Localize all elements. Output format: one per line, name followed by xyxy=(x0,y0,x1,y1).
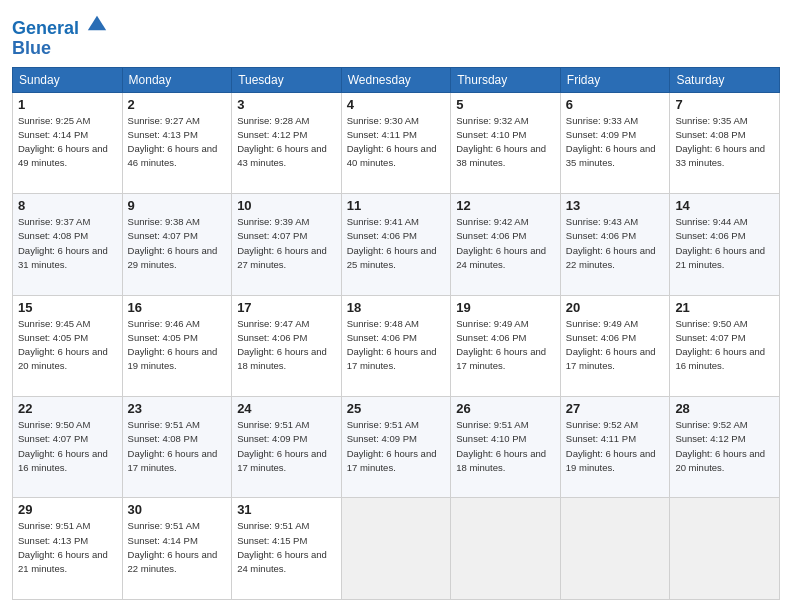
calendar-cell: 22 Sunrise: 9:50 AMSunset: 4:07 PMDaylig… xyxy=(13,397,123,498)
day-info: Sunrise: 9:51 AMSunset: 4:10 PMDaylight:… xyxy=(456,419,546,473)
header: General Blue xyxy=(12,12,780,59)
calendar-cell: 17 Sunrise: 9:47 AMSunset: 4:06 PMDaylig… xyxy=(232,295,342,396)
day-number: 25 xyxy=(347,401,446,416)
day-info: Sunrise: 9:43 AMSunset: 4:06 PMDaylight:… xyxy=(566,216,656,270)
calendar-cell: 3 Sunrise: 9:28 AMSunset: 4:12 PMDayligh… xyxy=(232,92,342,193)
day-info: Sunrise: 9:51 AMSunset: 4:08 PMDaylight:… xyxy=(128,419,218,473)
column-header-friday: Friday xyxy=(560,67,670,92)
day-info: Sunrise: 9:41 AMSunset: 4:06 PMDaylight:… xyxy=(347,216,437,270)
calendar-cell xyxy=(451,498,561,600)
day-info: Sunrise: 9:52 AMSunset: 4:11 PMDaylight:… xyxy=(566,419,656,473)
day-number: 7 xyxy=(675,97,774,112)
day-number: 5 xyxy=(456,97,555,112)
day-info: Sunrise: 9:44 AMSunset: 4:06 PMDaylight:… xyxy=(675,216,765,270)
day-info: Sunrise: 9:38 AMSunset: 4:07 PMDaylight:… xyxy=(128,216,218,270)
calendar-cell: 16 Sunrise: 9:46 AMSunset: 4:05 PMDaylig… xyxy=(122,295,232,396)
day-number: 6 xyxy=(566,97,665,112)
calendar-cell: 11 Sunrise: 9:41 AMSunset: 4:06 PMDaylig… xyxy=(341,194,451,295)
day-info: Sunrise: 9:42 AMSunset: 4:06 PMDaylight:… xyxy=(456,216,546,270)
day-number: 15 xyxy=(18,300,117,315)
calendar-cell: 1 Sunrise: 9:25 AMSunset: 4:14 PMDayligh… xyxy=(13,92,123,193)
day-number: 13 xyxy=(566,198,665,213)
day-info: Sunrise: 9:51 AMSunset: 4:15 PMDaylight:… xyxy=(237,520,327,574)
logo-text: General xyxy=(12,12,108,39)
column-header-saturday: Saturday xyxy=(670,67,780,92)
day-number: 1 xyxy=(18,97,117,112)
day-info: Sunrise: 9:51 AMSunset: 4:13 PMDaylight:… xyxy=(18,520,108,574)
logo-icon xyxy=(86,12,108,34)
day-info: Sunrise: 9:27 AMSunset: 4:13 PMDaylight:… xyxy=(128,115,218,169)
logo-blue: Blue xyxy=(12,39,108,59)
day-number: 16 xyxy=(128,300,227,315)
calendar-cell: 12 Sunrise: 9:42 AMSunset: 4:06 PMDaylig… xyxy=(451,194,561,295)
calendar-cell: 6 Sunrise: 9:33 AMSunset: 4:09 PMDayligh… xyxy=(560,92,670,193)
calendar-cell: 18 Sunrise: 9:48 AMSunset: 4:06 PMDaylig… xyxy=(341,295,451,396)
day-info: Sunrise: 9:37 AMSunset: 4:08 PMDaylight:… xyxy=(18,216,108,270)
day-number: 27 xyxy=(566,401,665,416)
calendar-cell: 31 Sunrise: 9:51 AMSunset: 4:15 PMDaylig… xyxy=(232,498,342,600)
day-number: 21 xyxy=(675,300,774,315)
page: General Blue SundayMondayTuesdayWednesda… xyxy=(0,0,792,612)
calendar-cell: 30 Sunrise: 9:51 AMSunset: 4:14 PMDaylig… xyxy=(122,498,232,600)
day-info: Sunrise: 9:45 AMSunset: 4:05 PMDaylight:… xyxy=(18,318,108,372)
column-header-wednesday: Wednesday xyxy=(341,67,451,92)
calendar-cell: 25 Sunrise: 9:51 AMSunset: 4:09 PMDaylig… xyxy=(341,397,451,498)
calendar-cell xyxy=(341,498,451,600)
calendar-cell: 10 Sunrise: 9:39 AMSunset: 4:07 PMDaylig… xyxy=(232,194,342,295)
day-number: 17 xyxy=(237,300,336,315)
calendar-cell: 9 Sunrise: 9:38 AMSunset: 4:07 PMDayligh… xyxy=(122,194,232,295)
calendar-cell: 2 Sunrise: 9:27 AMSunset: 4:13 PMDayligh… xyxy=(122,92,232,193)
day-info: Sunrise: 9:30 AMSunset: 4:11 PMDaylight:… xyxy=(347,115,437,169)
calendar: SundayMondayTuesdayWednesdayThursdayFrid… xyxy=(12,67,780,600)
day-number: 9 xyxy=(128,198,227,213)
column-header-monday: Monday xyxy=(122,67,232,92)
column-header-thursday: Thursday xyxy=(451,67,561,92)
calendar-cell: 4 Sunrise: 9:30 AMSunset: 4:11 PMDayligh… xyxy=(341,92,451,193)
svg-marker-0 xyxy=(88,16,106,31)
day-info: Sunrise: 9:48 AMSunset: 4:06 PMDaylight:… xyxy=(347,318,437,372)
column-header-sunday: Sunday xyxy=(13,67,123,92)
day-info: Sunrise: 9:47 AMSunset: 4:06 PMDaylight:… xyxy=(237,318,327,372)
calendar-cell xyxy=(560,498,670,600)
day-number: 3 xyxy=(237,97,336,112)
day-number: 22 xyxy=(18,401,117,416)
calendar-cell: 24 Sunrise: 9:51 AMSunset: 4:09 PMDaylig… xyxy=(232,397,342,498)
day-info: Sunrise: 9:28 AMSunset: 4:12 PMDaylight:… xyxy=(237,115,327,169)
day-number: 31 xyxy=(237,502,336,517)
calendar-cell: 23 Sunrise: 9:51 AMSunset: 4:08 PMDaylig… xyxy=(122,397,232,498)
calendar-cell xyxy=(670,498,780,600)
day-number: 11 xyxy=(347,198,446,213)
day-info: Sunrise: 9:51 AMSunset: 4:09 PMDaylight:… xyxy=(347,419,437,473)
calendar-cell: 7 Sunrise: 9:35 AMSunset: 4:08 PMDayligh… xyxy=(670,92,780,193)
day-info: Sunrise: 9:46 AMSunset: 4:05 PMDaylight:… xyxy=(128,318,218,372)
day-number: 10 xyxy=(237,198,336,213)
calendar-cell: 29 Sunrise: 9:51 AMSunset: 4:13 PMDaylig… xyxy=(13,498,123,600)
day-number: 4 xyxy=(347,97,446,112)
logo-general: General xyxy=(12,18,79,38)
logo: General Blue xyxy=(12,12,108,59)
day-info: Sunrise: 9:35 AMSunset: 4:08 PMDaylight:… xyxy=(675,115,765,169)
calendar-cell: 21 Sunrise: 9:50 AMSunset: 4:07 PMDaylig… xyxy=(670,295,780,396)
calendar-cell: 26 Sunrise: 9:51 AMSunset: 4:10 PMDaylig… xyxy=(451,397,561,498)
calendar-cell: 13 Sunrise: 9:43 AMSunset: 4:06 PMDaylig… xyxy=(560,194,670,295)
day-info: Sunrise: 9:33 AMSunset: 4:09 PMDaylight:… xyxy=(566,115,656,169)
day-number: 18 xyxy=(347,300,446,315)
day-number: 19 xyxy=(456,300,555,315)
day-number: 12 xyxy=(456,198,555,213)
day-number: 26 xyxy=(456,401,555,416)
day-number: 29 xyxy=(18,502,117,517)
calendar-cell: 15 Sunrise: 9:45 AMSunset: 4:05 PMDaylig… xyxy=(13,295,123,396)
day-info: Sunrise: 9:25 AMSunset: 4:14 PMDaylight:… xyxy=(18,115,108,169)
day-number: 8 xyxy=(18,198,117,213)
day-info: Sunrise: 9:50 AMSunset: 4:07 PMDaylight:… xyxy=(18,419,108,473)
day-info: Sunrise: 9:49 AMSunset: 4:06 PMDaylight:… xyxy=(456,318,546,372)
calendar-cell: 19 Sunrise: 9:49 AMSunset: 4:06 PMDaylig… xyxy=(451,295,561,396)
day-info: Sunrise: 9:49 AMSunset: 4:06 PMDaylight:… xyxy=(566,318,656,372)
day-info: Sunrise: 9:51 AMSunset: 4:09 PMDaylight:… xyxy=(237,419,327,473)
day-number: 14 xyxy=(675,198,774,213)
day-number: 28 xyxy=(675,401,774,416)
day-info: Sunrise: 9:51 AMSunset: 4:14 PMDaylight:… xyxy=(128,520,218,574)
day-info: Sunrise: 9:32 AMSunset: 4:10 PMDaylight:… xyxy=(456,115,546,169)
day-number: 2 xyxy=(128,97,227,112)
calendar-cell: 5 Sunrise: 9:32 AMSunset: 4:10 PMDayligh… xyxy=(451,92,561,193)
